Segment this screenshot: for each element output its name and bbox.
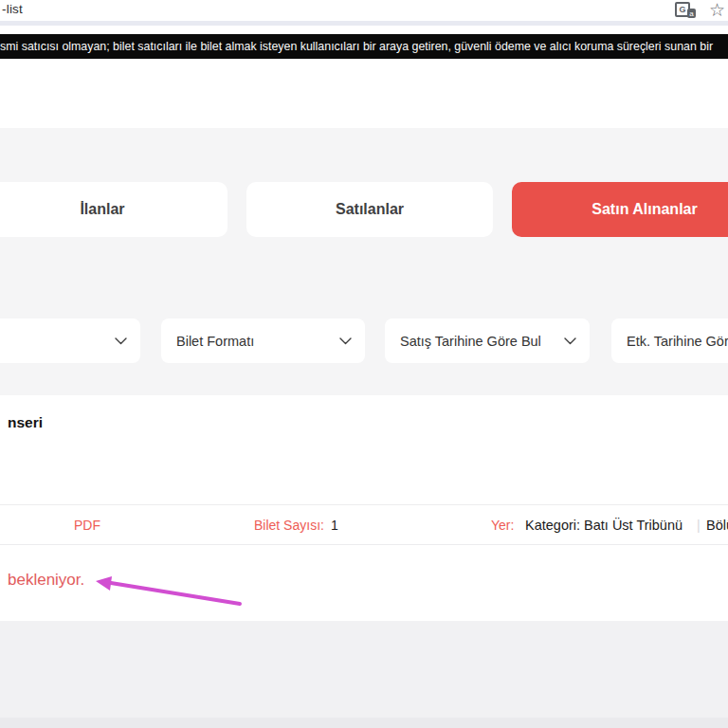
main-nav: asketbol Konser Kategoriler Yardım OD Ol… xyxy=(0,59,728,128)
url-text: -list xyxy=(2,2,23,16)
filter-etkinlik-tarihi[interactable]: Etk. Tarihine Göre xyxy=(611,318,728,363)
tab-ilanlar[interactable]: İlanlar xyxy=(0,182,228,237)
order-status-fragment: bekleniyor. xyxy=(8,571,84,590)
filter-dropdown-truncated[interactable] xyxy=(0,318,140,363)
browser-chrome-separator xyxy=(0,21,728,26)
filter-bilet-formati[interactable]: Bilet Formatı xyxy=(161,318,365,363)
ticket-format-value: PDF xyxy=(74,518,100,533)
bottom-strip xyxy=(0,718,728,728)
lower-background xyxy=(0,621,728,728)
filter-label: Satış Tarihine Göre Bul xyxy=(400,334,541,349)
filter-satis-tarihi[interactable]: Satış Tarihine Göre Bul xyxy=(385,318,590,363)
place-label: Yer: xyxy=(491,518,514,533)
filter-label: Etk. Tarihine Göre xyxy=(627,334,728,349)
browser-address-bar[interactable]: -list G a ☆ xyxy=(0,0,728,21)
chevron-down-icon xyxy=(115,337,127,345)
translate-icon[interactable]: G a xyxy=(675,2,696,18)
row-divider xyxy=(0,544,728,545)
place-extra-fragment: Bölü xyxy=(706,518,728,533)
translate-icon-sub: a xyxy=(687,9,696,18)
info-banner-text: smi satıcısı olmayan; bilet satıcıları i… xyxy=(0,34,728,59)
chevron-down-icon xyxy=(564,337,576,345)
row-divider xyxy=(0,504,728,505)
place-divider: | xyxy=(697,518,701,533)
chevron-down-icon xyxy=(339,337,352,345)
place-value: Kategori: Batı Üst Tribünü xyxy=(525,518,682,533)
order-title-fragment: nseri xyxy=(8,414,43,431)
bookmark-star-icon[interactable]: ☆ xyxy=(709,0,725,21)
annotation-arrow-icon xyxy=(83,565,258,614)
tab-satilanlar[interactable]: Satılanlar xyxy=(246,182,493,237)
filter-label: Bilet Formatı xyxy=(176,334,254,349)
tab-satin-alinanlar[interactable]: Satın Alınanlar xyxy=(512,182,728,237)
ticket-count-value: 1 xyxy=(331,518,338,533)
ticket-count-label: Bilet Sayısı: xyxy=(254,518,324,533)
info-banner: smi satıcısı olmayan; bilet satıcıları i… xyxy=(0,34,728,59)
